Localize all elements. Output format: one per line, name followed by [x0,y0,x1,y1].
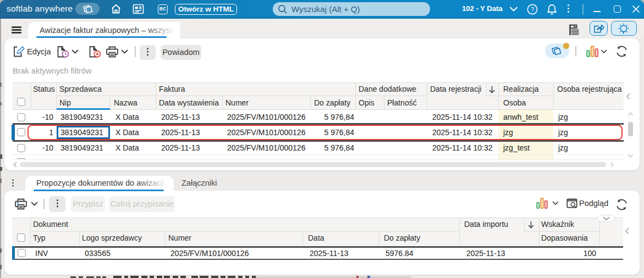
svg-text:?: ? [531,6,534,13]
